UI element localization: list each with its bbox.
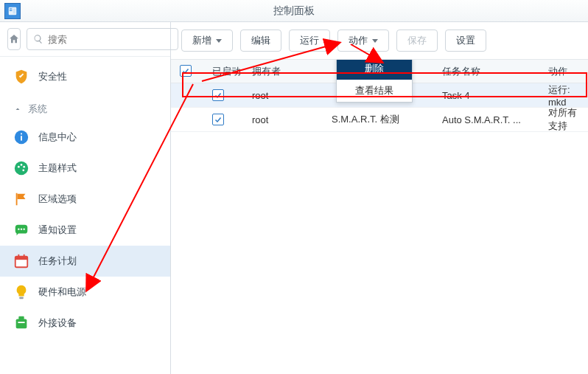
dropdown-view-result[interactable]: 查看结果 xyxy=(337,80,412,102)
run-button[interactable]: 运行 xyxy=(289,30,330,52)
svg-point-16 xyxy=(23,228,24,229)
svg-point-15 xyxy=(21,228,22,229)
sidebar-item-label: 主题样式 xyxy=(38,162,77,175)
home-icon xyxy=(8,33,20,45)
bulb-icon xyxy=(13,284,29,300)
cell-action: 运行: mkd xyxy=(548,83,579,108)
svg-point-11 xyxy=(22,169,24,171)
titlebar: 控制面板 xyxy=(0,0,588,22)
sidebar-item-hardware[interactable]: 硬件和电源 xyxy=(0,277,170,308)
sidebar: 安全性 系统 信息中心 主题样式 区域选项 通知设置 xyxy=(0,22,171,374)
dropdown-delete[interactable]: 删除 xyxy=(337,60,412,80)
dropdown-delete-label: 删除 xyxy=(365,62,384,75)
svg-rect-20 xyxy=(24,254,25,258)
dropdown-view-result-label: 查看结果 xyxy=(355,84,393,97)
svg-point-8 xyxy=(18,166,20,168)
search-input[interactable] xyxy=(48,34,172,45)
app-icon xyxy=(4,3,21,19)
svg-rect-1 xyxy=(10,9,12,10)
search-icon xyxy=(33,34,43,44)
save-button[interactable]: 保存 xyxy=(396,30,438,52)
sidebar-item-label: 安全性 xyxy=(38,70,67,83)
edit-label: 编辑 xyxy=(251,34,270,47)
svg-point-7 xyxy=(15,162,28,175)
svg-rect-5 xyxy=(21,136,22,140)
select-all-checkbox[interactable] xyxy=(180,65,192,77)
table-row[interactable]: root S.M.A.R.T. 检测 Auto S.M.A.R.T. ... 对… xyxy=(171,108,588,132)
calendar-icon xyxy=(13,253,29,269)
toolbar: 新增 编辑 运行 动作 保存 设置 xyxy=(171,22,588,60)
sidebar-item-label: 信息中心 xyxy=(38,131,77,144)
cell-owner: root xyxy=(252,114,332,125)
sidebar-item-label: 区域选项 xyxy=(38,193,77,206)
svg-rect-12 xyxy=(16,193,18,206)
cell-owner: root xyxy=(252,90,332,101)
row-enabled-checkbox[interactable] xyxy=(212,89,224,101)
run-label: 运行 xyxy=(300,34,319,47)
search-box[interactable] xyxy=(27,28,178,50)
sidebar-item-external[interactable]: 外接设备 xyxy=(0,308,170,339)
cell-action: 对所有支持 xyxy=(548,106,579,133)
col-task-name[interactable]: 任务名称 xyxy=(442,65,548,78)
nav: 安全性 系统 信息中心 主题样式 区域选项 通知设置 xyxy=(0,57,170,339)
sidebar-item-label: 外接设备 xyxy=(38,316,77,330)
settings-button[interactable]: 设置 xyxy=(445,30,486,52)
cell-type: S.M.A.R.T. 检测 xyxy=(332,113,442,126)
shield-icon xyxy=(13,69,29,85)
window-title: 控制面板 xyxy=(273,4,315,18)
sidebar-item-security[interactable]: 安全性 xyxy=(0,61,170,92)
sidebar-item-label: 通知设置 xyxy=(38,224,77,237)
cell-name: Auto S.M.A.R.T. ... xyxy=(442,114,548,125)
edit-button[interactable]: 编辑 xyxy=(240,30,281,52)
svg-point-10 xyxy=(23,166,25,168)
col-action[interactable]: 动作 xyxy=(548,65,579,78)
palette-icon xyxy=(13,160,29,176)
row-enabled-checkbox[interactable] xyxy=(212,114,224,125)
svg-rect-19 xyxy=(18,254,19,258)
svg-point-14 xyxy=(18,228,19,229)
svg-rect-2 xyxy=(10,10,12,11)
task-grid: 已启动 拥有者 任务名称 动作 root Task 4 运行: mkd root… xyxy=(171,60,588,374)
svg-point-9 xyxy=(21,164,23,166)
sidebar-item-info[interactable]: 信息中心 xyxy=(0,122,170,153)
nav-group-label: 系统 xyxy=(28,103,47,116)
col-owner[interactable]: 拥有者 xyxy=(252,65,332,78)
svg-rect-24 xyxy=(18,322,24,323)
svg-rect-23 xyxy=(18,316,24,321)
sidebar-item-label: 硬件和电源 xyxy=(38,285,86,299)
svg-rect-6 xyxy=(21,134,22,135)
flag-icon xyxy=(13,191,29,207)
col-enabled[interactable]: 已启动 xyxy=(212,65,252,78)
sidebar-item-region[interactable]: 区域选项 xyxy=(0,184,170,215)
svg-rect-3 xyxy=(13,9,15,14)
cell-name: Task 4 xyxy=(442,90,548,101)
sidebar-item-label: 任务计划 xyxy=(38,254,77,268)
sidebar-item-theme[interactable]: 主题样式 xyxy=(0,153,170,184)
svg-rect-18 xyxy=(15,257,28,260)
add-button[interactable]: 新增 xyxy=(181,30,233,52)
save-label: 保存 xyxy=(407,34,427,47)
add-label: 新增 xyxy=(192,34,211,47)
chevron-up-icon xyxy=(13,105,22,114)
sidebar-item-notification[interactable]: 通知设置 xyxy=(0,215,170,246)
action-button[interactable]: 动作 xyxy=(337,30,389,52)
chat-icon xyxy=(13,222,29,238)
main: 新增 编辑 运行 动作 保存 设置 已启动 拥有者 任务名称 动作 root T… xyxy=(171,22,588,374)
caret-down-icon xyxy=(372,39,378,43)
action-label: 动作 xyxy=(349,34,368,47)
caret-down-icon xyxy=(216,39,222,43)
nav-group-system[interactable]: 系统 xyxy=(0,92,170,122)
sidebar-item-task-scheduler[interactable]: 任务计划 xyxy=(0,246,170,277)
svg-rect-21 xyxy=(19,297,24,299)
home-button[interactable] xyxy=(7,28,21,50)
settings-label: 设置 xyxy=(456,34,475,47)
device-icon xyxy=(13,315,29,331)
svg-rect-22 xyxy=(16,319,27,329)
info-icon xyxy=(13,129,29,145)
action-dropdown: 删除 查看结果 xyxy=(336,60,413,103)
